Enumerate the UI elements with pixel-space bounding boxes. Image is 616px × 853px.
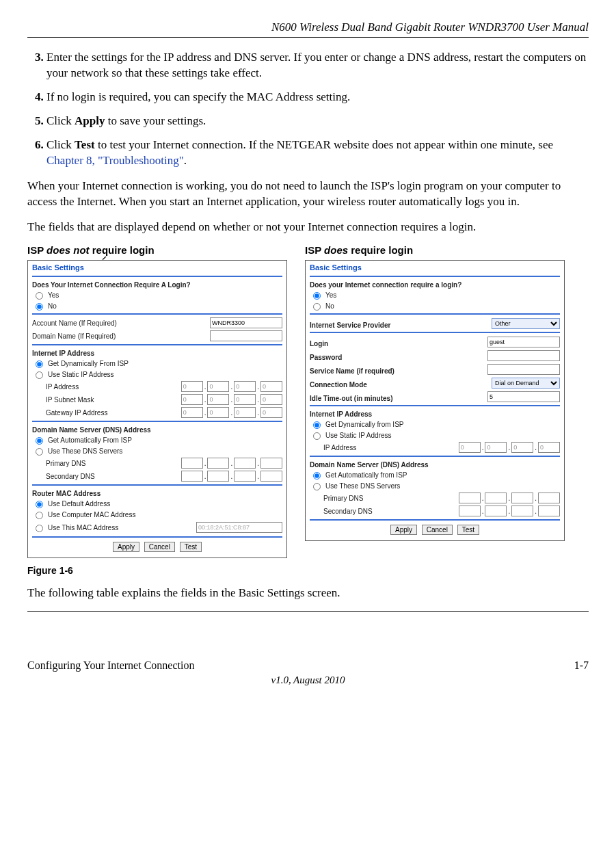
ip-a3[interactable] [234,381,256,392]
mac-def-label: Use Default Address [48,500,110,508]
ip-a1[interactable] [181,381,203,392]
dns-use-radio-l[interactable] [36,448,43,456]
mac-input[interactable] [196,522,282,533]
cancel-button-l[interactable]: Cancel [144,542,175,552]
ip-dyn-radio-r[interactable] [313,421,321,429]
mac-hdr: Router MAC Address [32,490,282,497]
g3[interactable] [234,407,256,418]
ip-hdr-l: Internet IP Address [32,350,282,357]
rsd1[interactable] [459,506,481,516]
ra2[interactable] [485,442,507,453]
login-input[interactable] [487,337,560,347]
cancel-button-r[interactable]: Cancel [422,525,453,535]
m2[interactable] [207,394,229,405]
step-6: Click Test to test your Internet connect… [46,137,589,169]
ip-dyn-label-r: Get Dynamically from ISP [325,421,403,428]
svc-label: Service Name (if required) [310,367,487,375]
dns-use-label-r: Use These DNS Servers [325,482,400,490]
ip-static-radio-r[interactable] [313,432,321,440]
pdns-label-r: Primary DNS [323,495,459,502]
steps-list: 3. Enter the settings for the IP address… [27,50,589,169]
m4[interactable] [260,394,282,405]
fig-left-pre: ISP [27,244,46,256]
g4[interactable] [260,407,282,418]
sd3[interactable] [234,471,256,482]
domain-name-label: Domain Name (If Required) [32,332,210,340]
pd3[interactable] [234,458,256,469]
sd2[interactable] [207,471,229,482]
rpd3[interactable] [511,493,533,503]
paragraph-2: The fields that are displayed depend on … [27,220,589,235]
test-button-r[interactable]: Test [457,525,479,535]
dns-auto-radio-r[interactable] [313,472,321,480]
step-6-bold: Test [75,138,95,151]
dns-use-radio-r[interactable] [313,483,321,490]
sdns-label-l: Secondary DNS [46,473,181,480]
step-4: If no login is required, you can specify… [46,90,589,105]
fig-right-em: does [324,244,348,256]
fig-left-label: ISP does not require login [27,244,287,256]
dns-auto-radio-l[interactable] [36,437,43,445]
svc-input[interactable] [487,364,560,375]
figure-area: ISP does not require login Basic Setting… [27,244,589,558]
conn-select[interactable]: Dial on Demand [492,378,560,389]
pwd-input[interactable] [487,350,560,361]
rsd3[interactable] [511,506,533,516]
pd1[interactable] [181,458,203,469]
acct-name-input[interactable] [210,317,282,328]
mac-def-radio[interactable] [36,501,43,508]
fig-left-col: ISP does not require login Basic Setting… [27,244,287,558]
mac-comp-radio[interactable] [36,512,43,519]
isp-label: Internet Service Provider [310,321,492,329]
pd2[interactable] [207,458,229,469]
rpd1[interactable] [459,493,481,503]
fig-right-pre: ISP [305,244,324,256]
sd1[interactable] [181,471,203,482]
ip-dyn-radio-l[interactable] [36,360,43,368]
g1[interactable] [181,407,203,418]
conn-label: Connection Mode [310,381,492,389]
ip-a2[interactable] [207,381,229,392]
rsd2[interactable] [485,506,507,516]
login-yes-radio-r[interactable] [313,292,321,300]
paragraph-1: When your Internet connection is working… [27,179,589,210]
idle-input[interactable] [487,391,560,402]
step-4-text: If no login is required, you can specify… [46,90,350,103]
ip-mask-label-l: IP Subnet Mask [46,396,181,404]
ip-a4[interactable] [260,381,282,392]
login-no-radio-r[interactable] [313,303,321,311]
arrow-left-icon2 [109,257,178,311]
m3[interactable] [234,394,256,405]
test-button-l[interactable]: Test [180,542,202,552]
fig-left-post: require login [90,244,155,256]
ra1[interactable] [459,442,481,453]
m1[interactable] [181,394,203,405]
apply-button-r[interactable]: Apply [390,525,417,535]
mac-this-radio[interactable] [36,525,43,532]
rpd4[interactable] [538,493,560,503]
ip-hdr-r: Internet IP Address [310,410,560,418]
ip-addr-quad-l: ... [181,381,282,392]
ra3[interactable] [511,442,533,453]
login-no-radio[interactable] [36,303,43,311]
ip-static-radio-l[interactable] [36,371,43,379]
ra4[interactable] [538,442,560,453]
footer-rule [27,611,589,612]
sd4[interactable] [260,471,282,482]
apply-button-l[interactable]: Apply [113,542,139,552]
pd4[interactable] [260,458,282,469]
gw-label-l: Gateway IP Address [46,409,181,417]
g2[interactable] [207,407,229,418]
page-footer: Configuring Your Internet Connection 1-7 [27,659,589,672]
isp-select[interactable]: Other [492,318,560,329]
rpd2[interactable] [485,493,507,503]
login-yes-label-r: Yes [325,291,336,299]
ip-addr-label-r: IP Address [323,444,459,451]
acct-name-label: Account Name (If Required) [32,319,210,327]
troubleshooting-link[interactable]: Chapter 8, "Troubleshooting" [46,154,184,167]
login-yes-radio[interactable] [36,292,43,300]
step-3: 3. Enter the settings for the IP address… [46,50,589,81]
domain-name-input[interactable] [210,330,282,341]
rsd4[interactable] [538,506,560,516]
step-5-post: to save your settings. [105,114,206,127]
